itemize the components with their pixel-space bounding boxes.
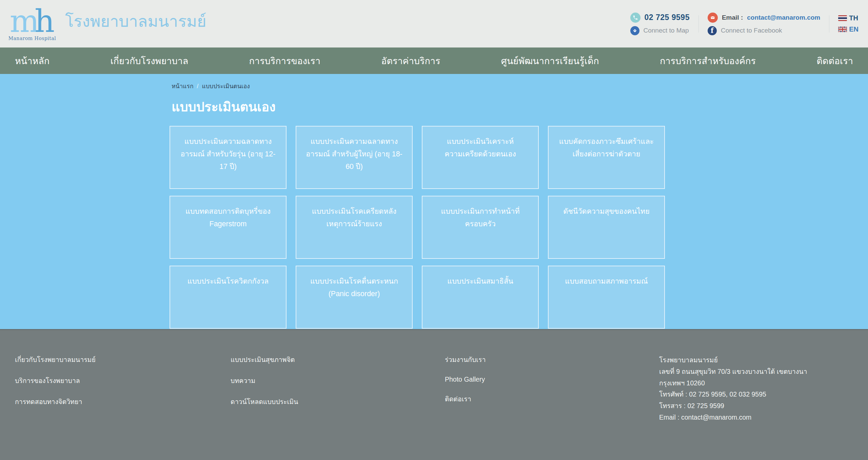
footer-contact-block: โรงพยาบาลมนารมย์ เลขที่ 9 ถนนสุขุมวิท 70…	[659, 354, 853, 460]
footer-phone: โทรศัพท์ : 02 725 9595, 02 032 9595	[659, 389, 853, 400]
nav-item-contact[interactable]: ติดต่อเรา	[816, 54, 853, 68]
email-facebook-group: Email : contact@manarom.com f Connect to…	[708, 13, 820, 35]
lang-en-label: EN	[849, 25, 859, 33]
footer-address-line2: กรุงเทพฯ 10260	[659, 378, 853, 389]
email-label: Email :	[722, 14, 743, 21]
card-mood[interactable]: แบบสอบถามสภาพอารมณ์	[548, 266, 665, 329]
logo[interactable]: mh Manarom Hospital โรงพยาบาลมนารมย์	[7, 6, 206, 41]
card-eq-teen[interactable]: แบบประเมินความฉลาดทางอารมณ์ สำหรับวัยรุ่…	[170, 126, 287, 189]
footer-link-download[interactable]: ดาวน์โหลดแบบประเมิน	[231, 397, 445, 407]
footer-link-careers[interactable]: ร่วมงานกับเรา	[445, 354, 659, 365]
phone-row[interactable]: 02 725 9595	[630, 13, 690, 23]
lang-switch-th[interactable]: TH	[838, 14, 859, 22]
card-stress-self[interactable]: แบบประเมินวิเคราะห์ความเครียดด้วยตนเอง	[422, 126, 539, 189]
email-row: Email : contact@manarom.com	[708, 13, 820, 23]
footer-link-contact[interactable]: ติดต่อเรา	[445, 394, 659, 404]
assessment-card-grid: แบบประเมินความฉลาดทางอารมณ์ สำหรับวัยรุ่…	[170, 126, 668, 329]
logo-initial-m: m	[10, 3, 35, 39]
header-contact-area: 02 725 9595 Connect to Map Email : conta…	[630, 13, 859, 35]
facebook-icon: f	[708, 26, 717, 35]
footer-link-articles[interactable]: บทความ	[231, 376, 445, 386]
phone-number: 02 725 9595	[645, 13, 690, 22]
map-link-label: Connect to Map	[644, 27, 689, 34]
nav-item-services[interactable]: การบริการของเรา	[249, 54, 320, 68]
breadcrumb-separator: /	[197, 83, 199, 90]
nav-item-rates[interactable]: อัตราค่าบริการ	[381, 54, 440, 68]
facebook-row[interactable]: f Connect to Facebook	[708, 26, 820, 35]
phone-icon	[630, 13, 640, 23]
footer-fax: โทรสาร : 02 725 9599	[659, 400, 853, 411]
email-link[interactable]: contact@manarom.com	[747, 14, 820, 21]
breadcrumb-current: แบบประเมินตนเอง	[202, 81, 250, 91]
card-depression-screen[interactable]: แบบคัดกรองภาวะซึมเศร้าและเสี่ยงต่อการฆ่า…	[548, 126, 665, 189]
lang-th-label: TH	[849, 14, 858, 22]
facebook-glyph: f	[711, 27, 714, 34]
language-group: TH EN	[838, 13, 859, 35]
uk-flag-icon	[838, 26, 847, 32]
footer-link-services[interactable]: บริการของโรงพยาบาล	[15, 376, 231, 386]
logo-initial-h: h	[35, 3, 50, 39]
site-header: mh Manarom Hospital โรงพยาบาลมนารมย์ 02 …	[0, 0, 868, 47]
card-panic[interactable]: แบบประเมินโรคตื่นตระหนก (Panic disorder)	[296, 266, 413, 329]
main-section: หน้าแรก / แบบประเมินตนเอง แบบประเมินตนเอ…	[0, 74, 868, 329]
card-fagerstrom[interactable]: แบบทดสอบการติดบุหรี่ของ Fagerstrom	[170, 196, 287, 259]
footer-col-2: แบบประเมินสุขภาพจิต บทความ ดาวน์โหลดแบบป…	[231, 354, 445, 460]
nav-item-about[interactable]: เกี่ยวกับโรงพยาบาล	[110, 54, 188, 68]
map-row[interactable]: Connect to Map	[630, 26, 690, 35]
email-icon	[708, 13, 718, 23]
logo-thai-name: โรงพยาบาลมนารมย์	[65, 8, 206, 39]
footer-col-3: ร่วมงานกับเรา Photo Gallery ติดต่อเรา	[445, 354, 659, 460]
logo-subtitle: Manarom Hospital	[7, 36, 58, 41]
page-title: แบบประเมินตนเอง	[170, 96, 668, 117]
footer-address-line1: เลขที่ 9 ถนนสุขุมวิท 70/3 แขวงบางนาใต้ เ…	[659, 366, 853, 377]
map-icon	[630, 26, 639, 35]
nav-item-child-center[interactable]: ศูนย์พัฒนาการเรียนรู้เด็ก	[501, 54, 599, 68]
main-nav: หน้าหลัก เกี่ยวกับโรงพยาบาล การบริการของ…	[0, 47, 868, 74]
phone-map-group: 02 725 9595 Connect to Map	[630, 13, 690, 35]
card-anxiety[interactable]: แบบประเมินโรควิตกกังวล	[170, 266, 287, 329]
card-adhd[interactable]: แบบประเมินสมาธิสั้น	[422, 266, 539, 329]
breadcrumb: หน้าแรก / แบบประเมินตนเอง	[170, 81, 668, 91]
card-ptsd[interactable]: แบบประเมินโรคเครียดหลังเหตุการณ์ร้ายแรง	[296, 196, 413, 259]
logo-mark: mh Manarom Hospital	[7, 6, 58, 41]
breadcrumb-home[interactable]: หน้าแรก	[172, 81, 194, 91]
footer-email: Email : contact@manarom.com	[659, 412, 853, 423]
header-divider-1	[698, 15, 699, 33]
footer-link-mental-assessment[interactable]: แบบประเมินสุขภาพจิต	[231, 354, 445, 365]
footer-link-about[interactable]: เกี่ยวกับโรงพยาบาลมนารมย์	[15, 354, 231, 365]
footer-hospital-name: โรงพยาบาลมนารมย์	[659, 354, 853, 366]
logo-initials: mh	[7, 6, 58, 36]
site-footer: เกี่ยวกับโรงพยาบาลมนารมย์ บริการของโรงพย…	[0, 329, 868, 460]
nav-item-corporate[interactable]: การบริการสำหรับองค์กร	[660, 54, 756, 68]
footer-link-gallery[interactable]: Photo Gallery	[445, 376, 659, 383]
lang-switch-en[interactable]: EN	[838, 25, 859, 33]
footer-link-psych-test[interactable]: การทดสอบทางจิตวิทยา	[15, 397, 231, 407]
card-eq-adult[interactable]: แบบประเมินความฉลาดทางอารมณ์ สำหรับผู้ใหญ…	[296, 126, 413, 189]
nav-item-home[interactable]: หน้าหลัก	[15, 54, 50, 68]
facebook-link-label: Connect to Facebook	[721, 27, 782, 34]
thai-flag-icon	[838, 15, 847, 21]
header-divider-2	[829, 15, 829, 33]
footer-col-1: เกี่ยวกับโรงพยาบาลมนารมย์ บริการของโรงพย…	[15, 354, 231, 460]
card-thai-happiness[interactable]: ดัชนีวัดความสุขของคนไทย	[548, 196, 665, 259]
card-family-function[interactable]: แบบประเมินการทำหน้าที่ครอบครัว	[422, 196, 539, 259]
